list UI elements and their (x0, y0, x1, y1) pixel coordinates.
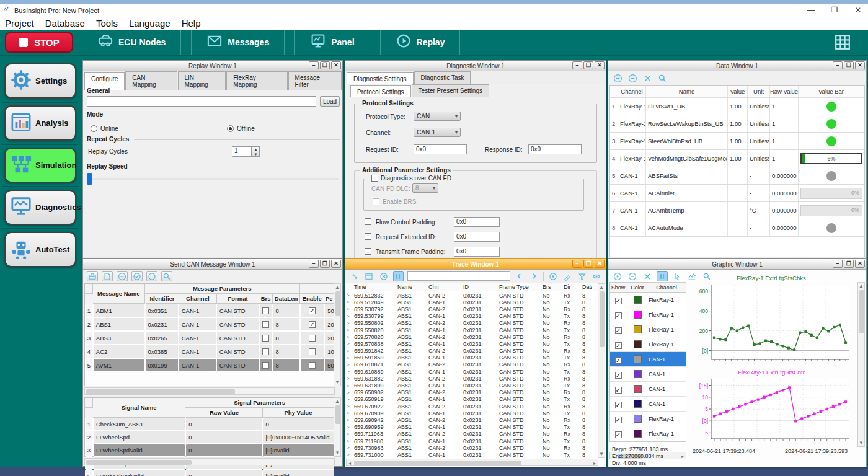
stop-button[interactable]: STOP (5, 32, 73, 53)
tab-diagnostic-task[interactable]: Diagnostic Task (414, 71, 471, 84)
edit-icon[interactable] (562, 271, 573, 281)
search-icon[interactable] (161, 271, 172, 281)
brs-checkbox[interactable] (259, 345, 273, 358)
show-checkbox[interactable]: ✓ (610, 294, 626, 306)
legend-row[interactable]: ✓FlexRay-1 (610, 322, 686, 337)
legend-row[interactable]: ✓CAN-1 (610, 367, 686, 382)
record-icon[interactable] (547, 271, 559, 281)
trace-row[interactable]: >659.690959ABS1CAN-10x0231CAN STDNoTx8 (345, 424, 598, 431)
enable-checkbox[interactable] (300, 345, 324, 358)
maximize-icon[interactable]: ❐ (320, 61, 330, 69)
color-cell[interactable] (626, 296, 649, 304)
signal-row[interactable]: 2FLWheelSpd0[0]0x0000~0x14D5:Valid (85, 431, 334, 444)
show-checkbox[interactable]: ✓ (610, 339, 626, 350)
expand-icon[interactable]: > (345, 425, 353, 430)
color-cell[interactable] (626, 370, 649, 378)
stop-record-icon[interactable] (378, 271, 389, 281)
search-icon[interactable] (657, 73, 668, 83)
enable-checkbox[interactable]: ✓ (300, 317, 324, 331)
message-row[interactable]: 2ABS10x0231CAN-1CAN STD8✓20 (85, 317, 334, 331)
color-cell[interactable] (626, 430, 649, 438)
trace-row[interactable]: >659.570838ABS1CAN-10x0231CAN STDNoTx8 (345, 340, 598, 347)
maximize-icon[interactable]: ❐ (583, 61, 593, 69)
expand-icon[interactable]: > (345, 417, 353, 423)
replay-speed-slider[interactable] (87, 173, 92, 185)
minimize-icon[interactable]: – (572, 260, 582, 268)
message-row[interactable]: 5AVM10x0199CAN-1CAN STD850 (85, 358, 334, 372)
data-row[interactable]: 2FlexRay-1RowSecLeWakupBtnSts_UB1.00Unit… (610, 115, 864, 133)
trace-row[interactable]: >659.650902ABS1CAN-20x0231CAN STDNoRx8 (345, 389, 598, 396)
data-row[interactable]: 6CAN-1ACAirInlet-0.0000000% (610, 185, 864, 202)
trace-row[interactable]: >659.530792ABS1CAN-20x0231CAN STDNoRx8 (345, 306, 598, 312)
data-row[interactable]: 3FlexRay-1SteerWhlBtnPsd_UB1.00Unitless1 (610, 133, 864, 150)
close-icon[interactable]: ✕ (853, 6, 863, 14)
maximize-icon[interactable]: ❐ (320, 260, 330, 268)
param-input[interactable]: 0x0 (454, 217, 500, 227)
trace-row[interactable]: >659.570820ABS1CAN-20x0231CAN STDNoRx8 (345, 333, 598, 340)
trace-row[interactable]: >659.650919ABS1CAN-10x0231CAN STDNoTx8 (345, 396, 598, 403)
trace-row[interactable]: >659.670922ABS1CAN-20x0231CAN STDNoRx8 (345, 403, 598, 410)
circle-icon[interactable] (146, 271, 157, 281)
tab-flexray-mapping[interactable]: FlexRay Mapping (226, 71, 287, 90)
menu-item-tools[interactable]: Tools (96, 18, 118, 29)
color-cell[interactable] (626, 400, 649, 408)
scroll-lock-icon[interactable] (349, 271, 360, 281)
check-circle-icon[interactable] (131, 271, 143, 281)
brs-checkbox[interactable] (259, 317, 273, 331)
add-icon[interactable] (612, 73, 623, 83)
toolbar-button-replay[interactable]: Replay (380, 30, 461, 55)
data-row[interactable]: 7CAN-1ACAmbtTemp°C0.0000000% (610, 202, 864, 219)
trace-row[interactable]: >659.731000ABS1CAN-10x0231CAN STDNoTx8 (345, 451, 598, 458)
sidebar-item-settings[interactable]: Settings (4, 63, 76, 99)
data-row[interactable]: 5CAN-1ABSFailSts-0.000000 (610, 167, 864, 185)
cursor-icon[interactable] (671, 271, 683, 281)
remove-icon[interactable] (627, 271, 638, 281)
trace-row[interactable]: >659.610871ABS1CAN-20x0231CAN STDNoRx8 (345, 361, 598, 368)
show-checkbox[interactable]: ✓ (610, 399, 626, 410)
legend-row[interactable]: ✓FlexRay-1 (610, 307, 686, 322)
minimize-icon[interactable]: — (806, 6, 816, 14)
tab-can-mapping[interactable]: CAN Mapping (125, 71, 177, 90)
message-row[interactable]: 4AC20x0385CAN-1CAN STD8100 (85, 345, 334, 358)
trace-row[interactable]: >659.591842ABS1CAN-20x0231CAN STDNoRx8 (345, 348, 598, 355)
trace-row[interactable]: >659.690942ABS1CAN-20x0231CAN STDNoRx8 (345, 416, 598, 423)
subtab-tester-present-settings[interactable]: Tester Present Settings (412, 84, 489, 97)
menu-item-project[interactable]: Project (5, 18, 34, 29)
sidebar-item-autotest[interactable]: AutoTest (4, 232, 76, 267)
param-checkbox[interactable] (365, 233, 371, 240)
delete-icon[interactable] (642, 271, 653, 281)
trace-row[interactable]: >659.631899ABS1CAN-10x0231CAN STDNoTx8 (345, 382, 598, 389)
show-checkbox[interactable]: ✓ (610, 384, 626, 395)
trace-row[interactable]: >659.550802ABS1CAN-20x0231CAN STDNoRx8 (345, 320, 598, 327)
brs-checkbox[interactable] (259, 358, 273, 372)
expand-icon[interactable]: > (345, 452, 353, 457)
expand-icon[interactable]: > (345, 445, 353, 451)
expand-icon[interactable]: > (345, 334, 353, 340)
brs-checkbox[interactable] (259, 331, 273, 345)
expand-icon[interactable]: > (345, 320, 353, 326)
show-checkbox[interactable]: ✓ (610, 413, 626, 425)
next-icon[interactable] (528, 271, 539, 281)
show-checkbox[interactable]: ✓ (610, 369, 626, 380)
tab-diagnostic-settings[interactable]: Diagnostic Settings (347, 72, 414, 84)
param-checkbox[interactable] (365, 218, 371, 225)
param-input[interactable]: 0x0 (454, 232, 500, 242)
toolbar-button-panel[interactable]: Panel (294, 30, 370, 55)
color-cell[interactable] (626, 311, 649, 319)
expand-icon[interactable]: > (345, 362, 353, 368)
close-icon[interactable]: ✕ (855, 61, 865, 69)
trace-row[interactable]: >659.530799ABS1CAN-10x0231CAN STDNoTx8 (345, 313, 598, 320)
load-button[interactable]: Load (320, 96, 340, 107)
expand-icon[interactable]: > (345, 376, 353, 381)
prev-icon[interactable] (514, 271, 525, 281)
expand-icon[interactable]: > (345, 293, 353, 298)
remove-icon[interactable] (117, 271, 128, 281)
brs-checkbox[interactable] (259, 304, 273, 317)
replay-window-titlebar[interactable]: Replay Window 1 – ❐ ✕ (83, 61, 342, 71)
trace-row[interactable]: >659.610889ABS1CAN-10x0231CAN STDNoTx8 (345, 368, 598, 375)
channel-select[interactable]: CAN-1▾ (414, 128, 461, 137)
color-cell[interactable] (626, 325, 649, 333)
spinner-buttons[interactable]: ▲▼ (252, 146, 260, 157)
trace-row[interactable]: >659.631882ABS1CAN-20x0231CAN STDNoRx8 (345, 375, 598, 382)
minimize-icon[interactable]: – (309, 61, 319, 69)
